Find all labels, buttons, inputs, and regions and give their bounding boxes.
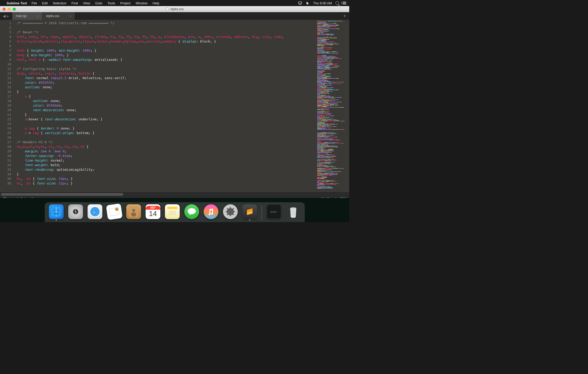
clock[interactable]: Thu 9:00 AM: [313, 1, 332, 5]
launchpad-icon: [68, 204, 83, 219]
settings-icon: [223, 204, 238, 219]
contacts-icon: [126, 204, 141, 219]
dock-launchpad[interactable]: [68, 204, 83, 221]
menu-edit[interactable]: Edit: [42, 1, 48, 5]
nav-arrows[interactable]: ◀ ▶: [0, 12, 12, 20]
exec-icon: exec: [267, 204, 281, 219]
dock-mail[interactable]: [106, 204, 122, 221]
dock-itunes[interactable]: [203, 204, 219, 221]
tab-styles-css[interactable]: styles.css ×: [43, 12, 75, 20]
window-title: styles.css: [170, 7, 184, 11]
calendar-icon: SEP14: [146, 204, 160, 219]
menu-project[interactable]: Project: [120, 1, 131, 5]
menu-file[interactable]: File: [32, 1, 37, 5]
dock-sublime[interactable]: [242, 204, 258, 221]
tab-overflow-icon[interactable]: ▼: [340, 12, 349, 20]
dock-messages[interactable]: [184, 204, 200, 221]
menu-window[interactable]: Window: [136, 1, 147, 5]
dock-notes[interactable]: [164, 204, 180, 221]
itunes-icon: [204, 204, 218, 219]
svg-point-3: [54, 210, 55, 211]
safari-icon: [88, 204, 102, 219]
nav-back-icon[interactable]: ◀: [3, 14, 6, 18]
minimap[interactable]: [316, 20, 349, 192]
running-indicator: [249, 220, 250, 221]
file-icon: [165, 8, 169, 11]
dock-trash[interactable]: [285, 204, 301, 221]
running-indicator: [56, 220, 57, 221]
close-window-button[interactable]: [3, 8, 6, 11]
dock-settings[interactable]: [222, 204, 238, 221]
traffic-lights: [0, 8, 16, 11]
horizontal-scrollbar[interactable]: [0, 192, 349, 196]
calendar-day: 14: [149, 210, 157, 218]
code-editor[interactable]: /* ========== © 2016 Centroarts.com ====…: [15, 20, 316, 192]
dock-exec[interactable]: exec: [266, 204, 282, 221]
tab-label: styles.css: [46, 14, 59, 18]
svg-point-4: [58, 210, 59, 211]
dock-contacts[interactable]: [126, 204, 142, 221]
dock-finder[interactable]: [48, 204, 64, 221]
dock: SEP14 exec: [45, 202, 305, 222]
svg-point-12: [132, 209, 135, 212]
minimize-window-button[interactable]: [8, 8, 11, 11]
maximize-window-button[interactable]: [13, 8, 16, 11]
menu-goto[interactable]: Goto: [95, 1, 102, 5]
script-icon[interactable]: [306, 1, 310, 5]
dock-safari[interactable]: [87, 204, 103, 221]
window-titlebar: styles.css: [0, 6, 349, 12]
notification-center-icon[interactable]: [343, 2, 346, 4]
calendar-month: SEP: [146, 206, 160, 210]
tab-bar: ◀ ▶ main.tpl × styles.css × ▼: [0, 12, 349, 20]
editor-area: 1234567891011121314151617181920212223242…: [0, 20, 349, 192]
dock-separator: [262, 205, 262, 221]
svg-point-13: [131, 212, 136, 217]
menu-tools[interactable]: Tools: [107, 1, 115, 5]
sublime-icon: [242, 204, 257, 219]
app-name[interactable]: Sublime Text: [7, 1, 27, 5]
menu-help[interactable]: Help: [152, 1, 159, 5]
macos-menubar: Sublime Text File Edit Selection Find Vi…: [0, 0, 349, 6]
notes-icon: [165, 204, 180, 219]
spotlight-icon[interactable]: [335, 1, 339, 5]
mail-icon: [106, 203, 123, 220]
trash-icon: [286, 204, 301, 219]
dock-calendar[interactable]: SEP14: [145, 204, 161, 221]
tab-close-icon[interactable]: ×: [69, 14, 72, 18]
display-icon[interactable]: [298, 2, 302, 5]
tab-label: main.tpl: [16, 14, 26, 18]
scrollbar-thumb[interactable]: [1, 193, 123, 196]
finder-icon: [49, 204, 64, 219]
nav-forward-icon[interactable]: ▶: [7, 14, 9, 18]
desktop-background: SEP14 exec: [0, 198, 349, 222]
line-number-gutter: 1234567891011121314151617181920212223242…: [0, 20, 15, 192]
tab-main-tpl[interactable]: main.tpl ×: [12, 12, 43, 20]
svg-rect-14: [167, 207, 177, 209]
svg-point-18: [188, 208, 196, 214]
menu-find[interactable]: Find: [72, 1, 78, 5]
messages-icon: [184, 204, 199, 219]
svg-rect-1: [299, 4, 301, 5]
svg-rect-0: [299, 2, 302, 4]
tab-close-icon[interactable]: ×: [37, 14, 39, 18]
svg-point-25: [290, 207, 296, 209]
menu-selection[interactable]: Selection: [53, 1, 66, 5]
menu-view[interactable]: View: [83, 1, 90, 5]
